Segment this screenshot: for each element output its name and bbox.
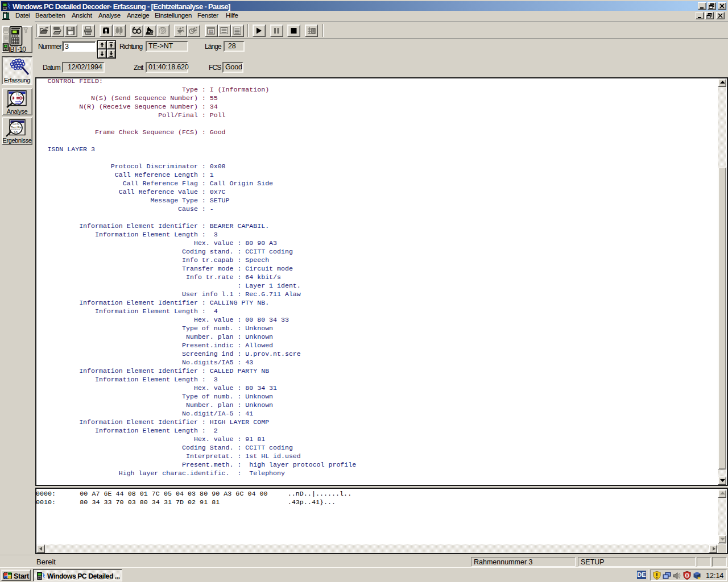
svg-text:TE-: TE- [15,92,21,96]
svg-text:Text Re: Text Re [11,126,22,129]
svg-text:Sh.: Sh. [14,130,19,134]
svg-text:60: 60 [209,30,213,34]
svg-text:02/5/: 02/5/ [13,122,20,126]
